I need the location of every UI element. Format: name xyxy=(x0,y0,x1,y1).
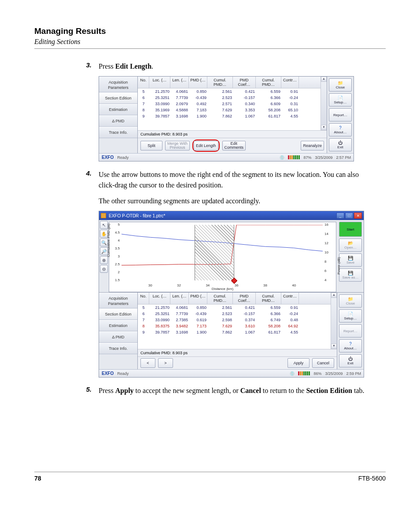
tab-acquisition-parameters[interactable]: AcquisitionParameters xyxy=(99,77,137,92)
table-scrollbar[interactable]: ▲ ▼ xyxy=(321,77,327,130)
col-no[interactable]: No. xyxy=(138,293,149,304)
edit-length-button[interactable]: Edit Length xyxy=(194,141,218,150)
text: tab. xyxy=(352,387,365,394)
table-row[interactable]: 939.78573.16981.9007.8621.06761.8174.55 xyxy=(138,113,321,119)
save-icon: 💾 xyxy=(348,271,353,275)
cancel-button[interactable]: Cancel xyxy=(312,358,334,368)
status-bar: EXFO Ready 💿 87% 3/25/2009 2:57 PM xyxy=(99,153,354,161)
tab-estimation[interactable]: Estimation xyxy=(99,320,137,331)
scroll-up-icon[interactable]: ▲ xyxy=(331,293,337,298)
tab-delta-pmd[interactable]: Δ PMD xyxy=(99,331,137,343)
tab-trace-info[interactable]: Trace Info. xyxy=(99,343,137,354)
table-row[interactable]: 835.19694.58887.1837.6293.35358.20865.10 xyxy=(138,107,321,113)
table-row[interactable]: 625.32517.7739-0.4392.523-0.1576.366-0.2… xyxy=(138,311,331,317)
about-button[interactable]: ?About… xyxy=(329,123,352,136)
col-contr[interactable]: Contr… xyxy=(281,77,299,88)
col-cumul-pmd-2[interactable]: Cumul. PMD… xyxy=(256,293,281,304)
report-button[interactable]: Report… xyxy=(339,324,362,338)
help-icon: ? xyxy=(339,126,342,130)
col-pmd[interactable]: PMD (… xyxy=(189,293,207,304)
battery-percent: 87% xyxy=(303,155,311,160)
action-bar: < > Apply Cancel xyxy=(138,356,337,369)
close-button[interactable]: 📁Close xyxy=(329,78,352,92)
maximize-button[interactable]: □ xyxy=(345,213,353,219)
setup-button[interactable]: 📄Setup… xyxy=(339,309,362,323)
text: Press xyxy=(99,62,115,70)
window-title: EXFO P-OTDR - fibre 1.ptrc* xyxy=(109,213,165,218)
battery-percent: 86% xyxy=(313,371,321,376)
time-label: 2:57 PM xyxy=(336,155,351,160)
status-bar: EXFO Ready 💿 86% 3/25/2009 2:59 PM xyxy=(99,369,364,377)
tab-trace-info[interactable]: Trace Info. xyxy=(99,127,137,138)
step-number: 3. xyxy=(82,61,92,72)
table-row[interactable]: 733.09902.09790.4922.5710.3406.6090.31 xyxy=(138,101,321,107)
col-cumul-pmd-2[interactable]: Cumul. PMD… xyxy=(256,77,281,88)
move-left-button[interactable]: < xyxy=(140,358,155,368)
table-scrollbar[interactable]: ▲ ▼ xyxy=(331,293,337,349)
start-button[interactable]: Start xyxy=(339,222,362,237)
x-axis-label: Distance (km) xyxy=(212,287,233,291)
col-pmd-coef[interactable]: PMD Coef… xyxy=(233,293,256,304)
col-loc[interactable]: Loc. (… xyxy=(149,293,170,304)
close-button[interactable]: 📁Close xyxy=(339,294,362,308)
edit-comments-button[interactable]: EditComments xyxy=(222,141,246,150)
table-row[interactable]: 521.25704.06810.8502.5610.4216.5590.91 xyxy=(138,305,331,311)
page-title: Managing Results xyxy=(34,26,386,36)
step-text: Press Edit Length. xyxy=(99,61,153,72)
tab-delta-pmd[interactable]: Δ PMD xyxy=(99,115,137,127)
apply-button[interactable]: Apply xyxy=(287,358,309,368)
zoom-out-tool[interactable]: ⊖ xyxy=(100,265,108,273)
col-loc[interactable]: Loc. (… xyxy=(149,77,170,88)
battery-icon xyxy=(298,371,310,375)
window-titlebar: EXFO P-OTDR - fibre 1.ptrc* _ □ ✕ xyxy=(99,211,364,220)
exit-button[interactable]: ⏻Exit xyxy=(329,138,352,151)
date-label: 3/25/2009 xyxy=(315,155,332,160)
col-cumul-pmd[interactable]: Cumul. PMD… xyxy=(207,293,233,304)
tab-estimation[interactable]: Estimation xyxy=(99,104,137,115)
tab-section-edition[interactable]: Section Edition xyxy=(99,92,137,104)
help-icon: ? xyxy=(349,342,352,346)
minimize-button[interactable]: _ xyxy=(336,213,344,219)
text: . xyxy=(151,62,153,70)
move-right-button[interactable]: > xyxy=(158,358,173,368)
col-pmd-coef[interactable]: PMD Coef… xyxy=(233,77,256,88)
tab-section-edition[interactable]: Section Edition xyxy=(99,308,137,320)
table-row[interactable]: 733.09902.73850.6192.5980.3746.7490.48 xyxy=(138,317,331,323)
about-button[interactable]: ?About… xyxy=(339,339,362,352)
chart[interactable]: Cumulative PMD (ps) Power (dB) Distance … xyxy=(109,222,336,292)
save-button[interactable]: 💾Save xyxy=(339,253,362,267)
col-pmd[interactable]: PMD (… xyxy=(189,77,207,88)
table-header: No. Loc. (… Len. (… PMD (… Cumul. PMD… P… xyxy=(138,77,321,88)
col-len[interactable]: Len. (… xyxy=(170,77,189,88)
col-no[interactable]: No. xyxy=(138,77,149,88)
zoom-in-tool[interactable]: ⊕ xyxy=(100,256,108,264)
table-row[interactable]: 521.25704.06810.8502.5610.4216.5590.91 xyxy=(138,88,321,95)
bold-text: Section Edition xyxy=(306,387,352,394)
split-button[interactable]: Split xyxy=(140,141,162,150)
setup-button[interactable]: 📄Setup… xyxy=(329,93,352,106)
step-number: 4. xyxy=(82,169,92,206)
scroll-down-icon[interactable]: ▼ xyxy=(331,344,337,349)
scroll-down-icon[interactable]: ▼ xyxy=(321,125,327,130)
document-icon: 📄 xyxy=(338,96,343,100)
text: Use the arrow buttons to move the right … xyxy=(99,171,359,189)
save-as-button[interactable]: 💾Save as… xyxy=(339,268,362,282)
exit-button[interactable]: ⏻Exit xyxy=(339,354,362,367)
step-text: Use the arrow buttons to move the right … xyxy=(99,169,372,206)
merge-with-previous-button[interactable]: Merge WithPrevious xyxy=(165,141,190,150)
col-cumul-pmd[interactable]: Cumul. PMD… xyxy=(207,77,233,88)
table-row[interactable]: 625.32517.7739-0.4392.523-0.1576.366-0.2… xyxy=(138,95,321,101)
col-contr[interactable]: Contr… xyxy=(281,293,299,304)
close-window-button[interactable]: ✕ xyxy=(354,213,362,219)
table-row[interactable]: 835.83753.94827.1737.6293.61058.20864.92 xyxy=(138,323,331,329)
folder-icon: 📁 xyxy=(348,297,353,301)
scroll-up-icon[interactable]: ▲ xyxy=(321,77,327,82)
col-len[interactable]: Len. (… xyxy=(170,293,189,304)
report-button[interactable]: Report… xyxy=(329,108,352,121)
highlight-ring: Edit Length xyxy=(192,139,220,152)
step-number: 5. xyxy=(82,385,92,396)
reanalyze-button[interactable]: Reanalyze xyxy=(301,141,324,150)
tab-acquisition-parameters[interactable]: AcquisitionParameters xyxy=(99,293,137,308)
open-button[interactable]: 📂Open… xyxy=(339,238,362,252)
table-row[interactable]: 939.78573.16981.9007.8621.06761.8174.55 xyxy=(138,329,331,335)
